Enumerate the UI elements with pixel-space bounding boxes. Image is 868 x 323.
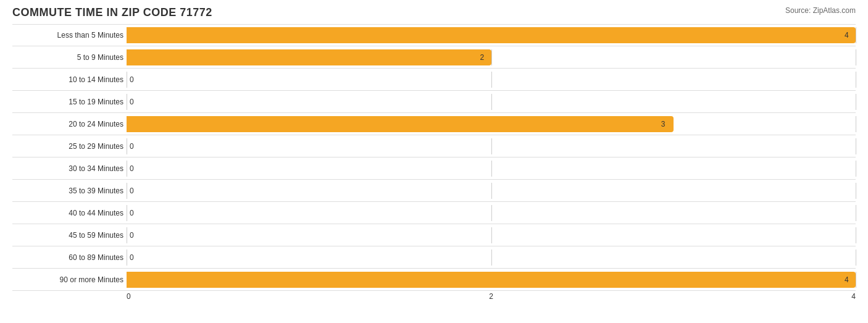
bar-track: 2 xyxy=(127,49,856,65)
gridline xyxy=(127,227,127,243)
gridline xyxy=(491,227,492,243)
bar-value-label: 0 xyxy=(130,209,134,217)
gridline xyxy=(491,250,492,266)
bar-track: 0 xyxy=(127,72,856,88)
bar-row: 35 to 39 Minutes0 xyxy=(12,180,856,202)
x-axis-label: 2 xyxy=(489,292,493,301)
bar-track: 0 xyxy=(127,138,856,154)
gridline xyxy=(491,161,492,177)
bar-track: 0 xyxy=(127,161,856,177)
chart-area: Less than 5 Minutes45 to 9 Minutes210 to… xyxy=(12,24,856,290)
bar-value-label: 0 xyxy=(130,142,134,151)
bar-label: 60 to 89 Minutes xyxy=(12,253,127,262)
bar-label: 90 or more Minutes xyxy=(12,275,127,284)
gridline xyxy=(127,250,127,266)
bar-row: 45 to 59 Minutes0 xyxy=(12,224,856,246)
bar-track: 0 xyxy=(127,227,856,243)
gridline xyxy=(491,138,492,154)
bar-value-label: 3 xyxy=(661,120,666,128)
gridline xyxy=(856,27,856,43)
gridline xyxy=(856,183,856,199)
bar-label: 25 to 29 Minutes xyxy=(12,142,127,151)
gridline xyxy=(491,94,492,110)
bar-label: 15 to 19 Minutes xyxy=(12,98,127,106)
bar-row: 90 or more Minutes4 xyxy=(12,269,856,291)
chart-title: COMMUTE TIME IN ZIP CODE 71772 xyxy=(12,6,212,19)
gridline xyxy=(491,72,492,88)
chart-container: COMMUTE TIME IN ZIP CODE 71772 Source: Z… xyxy=(0,0,868,323)
bar-value-label: 0 xyxy=(130,253,134,262)
gridline xyxy=(491,183,492,199)
bar-fill xyxy=(127,116,674,132)
gridline xyxy=(856,94,856,110)
gridline xyxy=(856,272,856,288)
gridline xyxy=(856,161,856,177)
bar-row: 60 to 89 Minutes0 xyxy=(12,246,856,269)
bar-value-label: 0 xyxy=(130,98,134,106)
bar-label: 20 to 24 Minutes xyxy=(12,120,127,128)
gridline xyxy=(856,250,856,266)
bar-row: 25 to 29 Minutes0 xyxy=(12,135,856,157)
gridline xyxy=(491,49,492,65)
x-axis-label: 0 xyxy=(127,292,131,301)
bar-track: 4 xyxy=(127,272,856,288)
gridline xyxy=(127,138,127,154)
bar-fill xyxy=(127,27,856,43)
gridline xyxy=(856,227,856,243)
gridline xyxy=(856,72,856,88)
x-axis: 024 xyxy=(127,292,856,301)
bar-fill xyxy=(127,49,491,65)
gridline xyxy=(127,205,127,221)
gridline xyxy=(491,205,492,221)
bar-label: 45 to 59 Minutes xyxy=(12,231,127,240)
gridline xyxy=(127,94,127,110)
bar-value-label: 4 xyxy=(845,275,849,284)
bar-track: 0 xyxy=(127,250,856,266)
bar-row: 20 to 24 Minutes3 xyxy=(12,113,856,135)
chart-source: Source: ZipAtlas.com xyxy=(785,6,856,15)
bar-track: 0 xyxy=(127,94,856,110)
bar-track: 3 xyxy=(127,116,856,132)
bar-track: 0 xyxy=(127,205,856,221)
bar-label: Less than 5 Minutes xyxy=(12,31,127,40)
chart-header: COMMUTE TIME IN ZIP CODE 71772 Source: Z… xyxy=(12,6,856,19)
bar-value-label: 4 xyxy=(845,31,849,40)
bar-value-label: 0 xyxy=(130,231,134,240)
bar-label: 10 to 14 Minutes xyxy=(12,75,127,84)
bar-value-label: 2 xyxy=(480,53,485,62)
gridline xyxy=(127,183,127,199)
bar-row: 5 to 9 Minutes2 xyxy=(12,46,856,69)
bar-value-label: 0 xyxy=(130,187,134,195)
gridline xyxy=(856,205,856,221)
bar-row: Less than 5 Minutes4 xyxy=(12,24,856,46)
bar-fill xyxy=(127,272,856,288)
bar-value-label: 0 xyxy=(130,75,134,84)
gridline xyxy=(127,161,127,177)
bar-label: 5 to 9 Minutes xyxy=(12,53,127,62)
bar-row: 30 to 34 Minutes0 xyxy=(12,157,856,180)
bar-track: 0 xyxy=(127,183,856,199)
gridline xyxy=(856,116,856,132)
bar-label: 40 to 44 Minutes xyxy=(12,209,127,217)
bar-row: 40 to 44 Minutes0 xyxy=(12,202,856,224)
gridline xyxy=(856,49,856,65)
bar-row: 15 to 19 Minutes0 xyxy=(12,91,856,113)
x-axis-labels: 024 xyxy=(127,292,856,301)
bar-label: 30 to 34 Minutes xyxy=(12,164,127,173)
bar-label: 35 to 39 Minutes xyxy=(12,187,127,195)
gridline xyxy=(127,72,127,88)
bar-row: 10 to 14 Minutes0 xyxy=(12,69,856,91)
x-axis-label: 4 xyxy=(851,292,856,301)
bar-track: 4 xyxy=(127,27,856,43)
gridline xyxy=(856,138,856,154)
bar-value-label: 0 xyxy=(130,164,134,173)
